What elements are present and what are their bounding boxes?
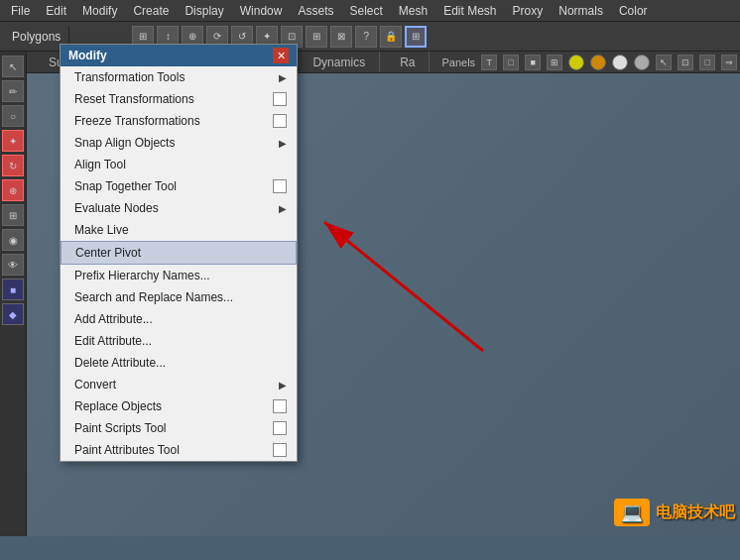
menu-proxy[interactable]: Proxy bbox=[506, 2, 551, 20]
left-toolbar: ↖ ✏ ○ ✦ ↻ ⊕ ⊞ ◉ 👁 ■ ◆ bbox=[0, 52, 27, 536]
left-btn-rotate[interactable]: ↻ bbox=[2, 155, 24, 176]
svg-line-1 bbox=[324, 222, 483, 351]
panel-circle-4 bbox=[634, 55, 650, 70]
left-btn-select[interactable]: ↖ bbox=[2, 56, 24, 77]
menu-entry-snaptogether[interactable]: Snap Together Tool bbox=[61, 175, 297, 197]
panel-circle-3 bbox=[612, 55, 628, 70]
menu-entry-paintscripts[interactable]: Paint Scripts Tool bbox=[61, 417, 297, 439]
menu-label-evaluate: Evaluate Nodes bbox=[74, 201, 159, 215]
menu-modify[interactable]: Modify bbox=[75, 2, 124, 20]
panel-icon-share[interactable]: ⇒ bbox=[721, 55, 737, 70]
left-btn-scale[interactable]: ⊕ bbox=[2, 179, 24, 201]
menu-entry-replaceobj[interactable]: Replace Objects bbox=[61, 395, 297, 417]
menu-bar: File Edit Modify Create Display Window A… bbox=[0, 0, 740, 22]
menu-label-replaceobj: Replace Objects bbox=[74, 399, 162, 413]
panel-icon-checker[interactable]: ⊞ bbox=[547, 55, 562, 70]
menu-label-paintscripts: Paint Scripts Tool bbox=[74, 421, 167, 435]
menu-editmesh[interactable]: Edit Mesh bbox=[436, 2, 503, 20]
left-btn-shape[interactable]: ◆ bbox=[2, 303, 24, 325]
tab-ra[interactable]: Ra bbox=[386, 52, 430, 72]
menu-label-convert: Convert bbox=[74, 378, 116, 392]
panel-circle-2 bbox=[590, 55, 606, 70]
menu-label-deleteattr: Delete Attribute... bbox=[74, 356, 166, 370]
menu-entry-editattr[interactable]: Edit Attribute... bbox=[61, 330, 297, 352]
submenu-arrow-3: ▶ bbox=[279, 203, 287, 214]
toolbar-btn-lock[interactable]: 🔒 bbox=[380, 26, 402, 48]
toolbar-btn-8[interactable]: ⊞ bbox=[306, 26, 327, 48]
menu-entry-centerpivot[interactable]: Center Pivot bbox=[61, 241, 297, 265]
submenu-arrow-2: ▶ bbox=[279, 138, 287, 149]
menu-entry-reset[interactable]: Reset Transformations bbox=[61, 88, 297, 110]
modify-title: Modify bbox=[68, 49, 107, 62]
panel-icon-t[interactable]: T bbox=[481, 55, 497, 70]
menu-display[interactable]: Display bbox=[178, 2, 230, 20]
menu-label-align: Align Tool bbox=[74, 158, 126, 171]
toolbar-btn-10[interactable]: ? bbox=[355, 26, 377, 48]
menu-create[interactable]: Create bbox=[126, 2, 176, 20]
checkbox-freeze bbox=[273, 114, 287, 128]
menu-normals[interactable]: Normals bbox=[552, 2, 610, 20]
menu-label-snapalign: Snap Align Objects bbox=[74, 136, 175, 150]
panel-icon-box[interactable]: □ bbox=[503, 55, 519, 70]
panel-icon-box2[interactable]: □ bbox=[699, 55, 715, 70]
menu-entry-convert[interactable]: Convert ▶ bbox=[61, 374, 297, 395]
menu-assets[interactable]: Assets bbox=[291, 2, 340, 20]
checkbox-paintattribs bbox=[273, 443, 287, 457]
menu-label-freeze: Freeze Transformations bbox=[74, 114, 200, 128]
menu-entry-deleteattr[interactable]: Delete Attribute... bbox=[61, 352, 297, 374]
checkbox-reset bbox=[273, 92, 287, 106]
menu-mesh[interactable]: Mesh bbox=[392, 2, 434, 20]
menu-entry-addattr[interactable]: Add Attribute... bbox=[61, 308, 297, 330]
menu-entry-align[interactable]: Align Tool bbox=[61, 154, 297, 175]
menu-label-snaptogether: Snap Together Tool bbox=[74, 179, 177, 193]
menu-color[interactable]: Color bbox=[612, 2, 655, 20]
left-btn-lasso[interactable]: ○ bbox=[2, 105, 24, 127]
menu-entry-makelive[interactable]: Make Live bbox=[61, 219, 297, 241]
watermark-icon: 💻 bbox=[614, 499, 650, 526]
left-btn-soft[interactable]: ◉ bbox=[2, 229, 24, 251]
panel-label: Panels bbox=[441, 56, 475, 68]
menu-label-centerpivot: Center Pivot bbox=[75, 246, 141, 260]
menu-label-paintattribs: Paint Attributes Tool bbox=[74, 443, 180, 457]
menu-window[interactable]: Window bbox=[233, 2, 290, 20]
menu-select[interactable]: Select bbox=[342, 2, 389, 20]
menu-entry-transformation[interactable]: Transformation Tools ▶ bbox=[61, 66, 297, 88]
checkbox-replaceobj bbox=[273, 399, 287, 413]
menu-edit[interactable]: Edit bbox=[39, 2, 73, 20]
menu-entry-prefix[interactable]: Prefix Hierarchy Names... bbox=[61, 265, 297, 286]
submenu-arrow-4: ▶ bbox=[279, 380, 287, 391]
left-btn-universal[interactable]: ⊞ bbox=[2, 204, 24, 226]
menu-label-prefix: Prefix Hierarchy Names... bbox=[74, 269, 210, 282]
menu-entry-evaluate[interactable]: Evaluate Nodes ▶ bbox=[61, 197, 297, 219]
menu-label-searchreplace: Search and Replace Names... bbox=[74, 290, 233, 304]
menu-label-editattr: Edit Attribute... bbox=[74, 334, 152, 348]
tab-dynamics[interactable]: Dynamics bbox=[299, 52, 380, 72]
toolbar-btn-11[interactable]: ⊞ bbox=[405, 26, 427, 48]
menu-label-transformation: Transformation Tools bbox=[74, 70, 185, 84]
menu-entry-freeze[interactable]: Freeze Transformations bbox=[61, 110, 297, 132]
left-btn-paint[interactable]: ✏ bbox=[2, 80, 24, 102]
menu-entry-searchreplace[interactable]: Search and Replace Names... bbox=[61, 286, 297, 308]
panel-icon-3d[interactable]: ⊡ bbox=[678, 55, 693, 70]
checkbox-snaptogether bbox=[273, 179, 287, 193]
checkbox-paintscripts bbox=[273, 421, 287, 435]
left-btn-show[interactable]: 👁 bbox=[2, 254, 24, 276]
panel-icon-cursor[interactable]: ↖ bbox=[656, 55, 672, 70]
watermark-text: 电脑技术吧 bbox=[656, 503, 735, 523]
panel-circle-1 bbox=[568, 55, 584, 70]
menu-file[interactable]: File bbox=[4, 2, 37, 20]
left-btn-cube[interactable]: ■ bbox=[2, 279, 24, 300]
watermark: 💻 电脑技术吧 bbox=[614, 499, 735, 526]
menu-entry-snapalign[interactable]: Snap Align Objects ▶ bbox=[61, 132, 297, 154]
toolbar-btn-9[interactable]: ⊠ bbox=[330, 26, 352, 48]
submenu-arrow-1: ▶ bbox=[279, 72, 287, 83]
menu-label-makelive: Make Live bbox=[74, 223, 129, 237]
panel-icon-cube[interactable]: ■ bbox=[525, 55, 541, 70]
left-btn-move[interactable]: ✦ bbox=[2, 130, 24, 152]
menu-entry-paintattribs[interactable]: Paint Attributes Tool bbox=[61, 439, 297, 461]
modify-dropdown: Modify ✕ Transformation Tools ▶ Reset Tr… bbox=[60, 44, 298, 462]
modify-title-bar: Modify ✕ bbox=[61, 45, 297, 66]
modify-close-button[interactable]: ✕ bbox=[273, 48, 289, 63]
menu-label-reset: Reset Transformations bbox=[74, 92, 194, 106]
menu-label-addattr: Add Attribute... bbox=[74, 312, 153, 326]
